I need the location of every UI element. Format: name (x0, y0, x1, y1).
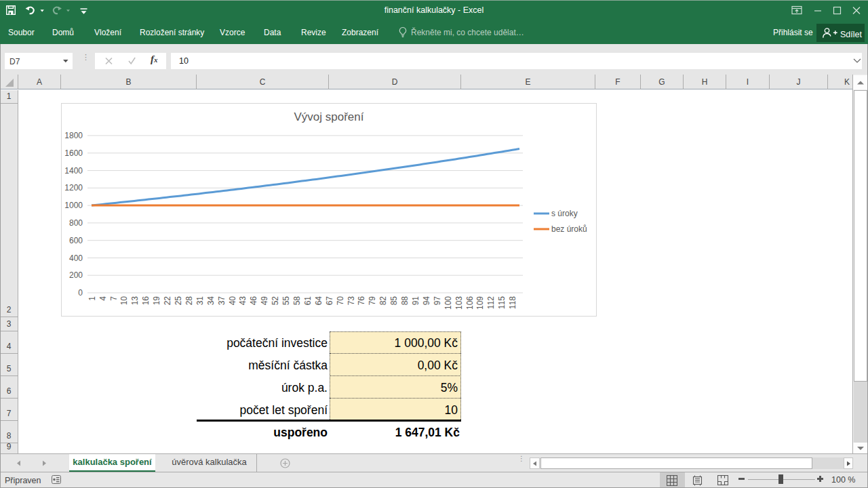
svg-text:200: 200 (69, 270, 83, 280)
svg-text:0: 0 (78, 288, 83, 298)
svg-text:16: 16 (141, 296, 151, 306)
svg-text:28: 28 (184, 296, 194, 306)
svg-text:10: 10 (119, 296, 129, 306)
svg-text:400: 400 (69, 253, 83, 263)
svg-text:43: 43 (238, 296, 248, 306)
svg-text:1800: 1800 (64, 131, 83, 140)
svg-text:67: 67 (325, 296, 334, 306)
svg-text:103: 103 (454, 296, 464, 310)
svg-text:Vývoj spoření: Vývoj spoření (294, 110, 364, 123)
svg-text:49: 49 (260, 296, 269, 306)
svg-text:85: 85 (389, 296, 399, 306)
svg-text:s úroky: s úroky (551, 209, 578, 218)
svg-text:52: 52 (271, 296, 280, 306)
svg-text:100: 100 (443, 296, 453, 310)
svg-text:25: 25 (174, 296, 183, 306)
svg-text:118: 118 (508, 296, 517, 309)
svg-text:97: 97 (433, 296, 442, 306)
svg-text:61: 61 (303, 296, 313, 306)
svg-text:76: 76 (357, 296, 366, 306)
svg-text:82: 82 (378, 296, 388, 306)
svg-text:31: 31 (195, 296, 205, 306)
svg-text:40: 40 (228, 296, 237, 306)
svg-text:1600: 1600 (64, 148, 83, 158)
svg-text:600: 600 (69, 236, 83, 245)
svg-text:4: 4 (98, 296, 108, 301)
svg-text:1400: 1400 (64, 166, 83, 176)
svg-text:106: 106 (465, 296, 475, 310)
svg-text:37: 37 (217, 296, 226, 306)
svg-text:19: 19 (152, 296, 161, 306)
svg-text:79: 79 (368, 296, 377, 306)
svg-text:73: 73 (347, 296, 356, 306)
svg-text:91: 91 (411, 296, 420, 306)
svg-text:115: 115 (497, 296, 507, 309)
svg-text:800: 800 (69, 218, 83, 228)
svg-text:55: 55 (281, 296, 291, 306)
svg-text:bez úroků: bez úroků (551, 224, 587, 234)
svg-text:1: 1 (87, 296, 97, 301)
svg-text:94: 94 (422, 296, 431, 306)
svg-text:7: 7 (109, 296, 119, 301)
svg-text:109: 109 (475, 296, 485, 310)
svg-text:22: 22 (163, 296, 172, 306)
svg-text:13: 13 (130, 296, 140, 306)
svg-text:64: 64 (314, 296, 323, 306)
svg-text:70: 70 (336, 296, 345, 306)
svg-text:46: 46 (249, 296, 258, 306)
svg-text:1200: 1200 (64, 183, 83, 192)
svg-text:58: 58 (292, 296, 302, 306)
svg-text:34: 34 (206, 296, 216, 306)
svg-text:112: 112 (486, 296, 496, 309)
svg-text:88: 88 (400, 296, 410, 306)
svg-text:1000: 1000 (64, 201, 83, 210)
